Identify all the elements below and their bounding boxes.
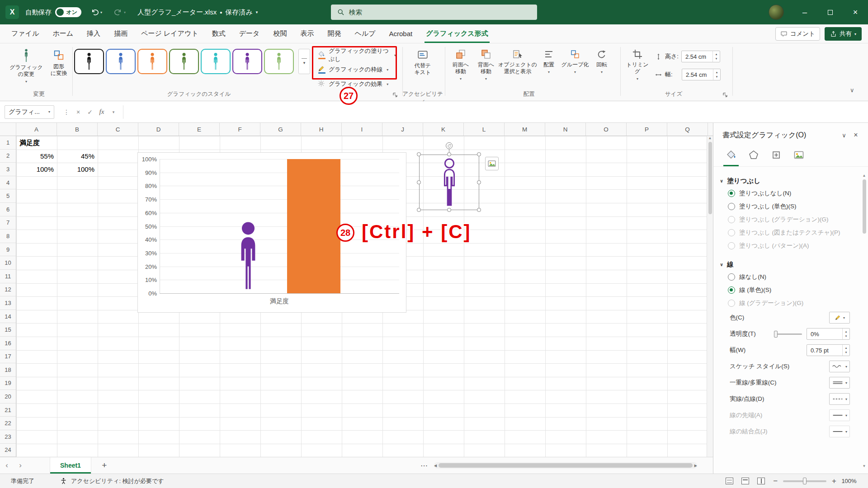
confirm-entry-button[interactable]: ✓ bbox=[84, 106, 96, 118]
ribbon-tab-Acrobat[interactable]: Acrobat bbox=[382, 24, 420, 43]
dropdown-cap-button[interactable]: ▾ bbox=[829, 409, 850, 421]
row-header-12[interactable]: 12 bbox=[0, 283, 16, 297]
pane-tab-effects[interactable] bbox=[746, 147, 761, 163]
row-header-18[interactable]: 18 bbox=[0, 363, 16, 377]
close-button[interactable]: × bbox=[843, 0, 868, 24]
graphic-style-6[interactable] bbox=[232, 49, 262, 74]
ribbon-tab-表示[interactable]: 表示 bbox=[293, 24, 321, 43]
collapse-ribbon-button[interactable]: ∨ bbox=[850, 87, 854, 94]
row-header-17[interactable]: 17 bbox=[0, 350, 16, 364]
prev-sheet-button[interactable]: ‹ bbox=[0, 461, 14, 470]
cell-A2[interactable]: 55% bbox=[16, 150, 57, 163]
sheet-tab-sheet1[interactable]: Sheet1 bbox=[50, 457, 91, 474]
minimize-button[interactable]: – bbox=[792, 0, 817, 24]
graphic-style-3[interactable] bbox=[137, 49, 167, 74]
ribbon-tab-ヘルプ[interactable]: ヘルプ bbox=[348, 24, 382, 43]
selection-handle[interactable] bbox=[477, 152, 481, 156]
row-header-5[interactable]: 5 bbox=[0, 189, 16, 203]
cell-B3[interactable]: 100% bbox=[57, 163, 98, 176]
accessibility-status[interactable]: アクセシビリティ: 検討が必要です bbox=[60, 477, 164, 485]
row-header-16[interactable]: 16 bbox=[0, 337, 16, 350]
row-header-14[interactable]: 14 bbox=[0, 310, 16, 324]
row-header-23[interactable]: 23 bbox=[0, 430, 16, 444]
pane-scroll-thumb[interactable] bbox=[863, 179, 866, 234]
horizontal-scrollbar[interactable]: ◀▶ bbox=[434, 462, 697, 469]
selection-handle[interactable] bbox=[417, 208, 421, 212]
graphic-style-1[interactable] bbox=[74, 49, 104, 74]
ribbon-tab-ファイル[interactable]: ファイル bbox=[5, 24, 46, 43]
pane-section-塗りつぶし[interactable]: ∨塗りつぶし bbox=[720, 175, 850, 187]
sheetbar-more-icon[interactable]: ⋯ bbox=[420, 461, 428, 470]
radio-option[interactable]: 塗りつぶしなし(N) bbox=[720, 187, 850, 200]
column-header-L[interactable]: L bbox=[464, 123, 505, 136]
graphic-style-2[interactable] bbox=[106, 49, 136, 74]
chart-bar[interactable] bbox=[287, 159, 340, 293]
ribbon-tab-ホーム[interactable]: ホーム bbox=[46, 24, 80, 43]
column-header-D[interactable]: D bbox=[138, 123, 179, 136]
styles-dialog-launcher[interactable] bbox=[392, 91, 398, 98]
graphic-style-7[interactable] bbox=[264, 49, 294, 74]
row-header-6[interactable]: 6 bbox=[0, 203, 16, 216]
column-header-P[interactable]: P bbox=[627, 123, 667, 136]
person-outline-graphic[interactable] bbox=[439, 158, 460, 207]
size-dialog-launcher[interactable] bbox=[722, 91, 728, 98]
page-break-view-button[interactable] bbox=[757, 478, 765, 484]
column-header-Q[interactable]: Q bbox=[667, 123, 708, 136]
namebox-options-icon[interactable]: ⋮ bbox=[61, 106, 72, 118]
pane-close-button[interactable]: × bbox=[850, 129, 862, 141]
convert-shape-button[interactable]: 図形 に変換 bbox=[46, 47, 71, 77]
status-ready[interactable]: 準備完了 bbox=[11, 477, 34, 485]
pane-tab-picture[interactable] bbox=[791, 147, 807, 163]
column-header-K[interactable]: K bbox=[423, 123, 464, 136]
add-sheet-button[interactable]: + bbox=[98, 459, 111, 472]
pane-scrollbar[interactable]: ▲▼ bbox=[861, 174, 867, 468]
column-header-O[interactable]: O bbox=[586, 123, 627, 136]
column-header-M[interactable]: M bbox=[505, 123, 545, 136]
row-header-20[interactable]: 20 bbox=[0, 390, 16, 404]
paste-options-button[interactable] bbox=[485, 157, 499, 170]
cell-B2[interactable]: 45% bbox=[57, 150, 98, 163]
autosave-toggle[interactable]: 自動保存 オン bbox=[25, 7, 81, 17]
height-input[interactable]: 2.54 cm▴▾ bbox=[681, 51, 720, 62]
horizontal-scroll-thumb[interactable] bbox=[439, 463, 693, 468]
row-header-1[interactable]: 1 bbox=[0, 136, 16, 150]
graphic-style-4[interactable] bbox=[169, 49, 199, 74]
change-graphic-button[interactable]: グラフィック の変更▾ bbox=[7, 47, 45, 84]
dropdown-compound-button[interactable]: ▾ bbox=[829, 377, 850, 389]
zoom-out-button[interactable]: − bbox=[773, 477, 778, 486]
radio-option[interactable]: 塗りつぶし (単色)(S) bbox=[720, 200, 850, 213]
column-header-F[interactable]: F bbox=[220, 123, 260, 136]
column-header-A[interactable]: A bbox=[16, 123, 57, 136]
column-header-J[interactable]: J bbox=[382, 123, 423, 136]
group-objects-button[interactable]: グループ化▾ bbox=[561, 47, 590, 75]
pane-section-線[interactable]: ∨線 bbox=[720, 258, 850, 270]
dropdown-dash-button[interactable]: ▾ bbox=[829, 393, 850, 405]
zoom-slider-thumb[interactable] bbox=[803, 478, 807, 484]
width-stepper[interactable]: ▴▾ bbox=[713, 69, 720, 80]
select-all-corner[interactable] bbox=[0, 123, 16, 136]
gallery-more-button[interactable]: ▾ bbox=[298, 49, 310, 74]
row-header-21[interactable]: 21 bbox=[0, 404, 16, 417]
ribbon-tab-校閲[interactable]: 校閲 bbox=[266, 24, 293, 43]
maximize-button[interactable] bbox=[817, 0, 843, 24]
alt-text-button[interactable]: 代替テ キスト bbox=[410, 47, 436, 76]
row-header-10[interactable]: 10 bbox=[0, 256, 16, 270]
row-header-24[interactable]: 24 bbox=[0, 444, 16, 457]
radio-option[interactable]: 線 (単色)(S) bbox=[720, 283, 850, 296]
selection-handle[interactable] bbox=[477, 208, 481, 212]
column-header-C[interactable]: C bbox=[98, 123, 138, 136]
ribbon-tab-描画[interactable]: 描画 bbox=[107, 24, 134, 43]
comments-button[interactable]: コメント bbox=[775, 27, 820, 41]
radio-option[interactable]: 線 (グラデーション)(G) bbox=[720, 296, 850, 310]
row-header-15[interactable]: 15 bbox=[0, 323, 16, 337]
document-title[interactable]: 人型グラフ_メーター.xlsx • 保存済み ▾ bbox=[137, 8, 258, 17]
ribbon-tab-グラフィックス形式[interactable]: グラフィックス形式 bbox=[419, 24, 495, 43]
column-header-N[interactable]: N bbox=[545, 123, 586, 136]
radio-option[interactable]: 塗りつぶし (図またはテクスチャ)(P) bbox=[720, 226, 850, 239]
ribbon-tab-開発[interactable]: 開発 bbox=[321, 24, 348, 43]
name-box[interactable]: グラフィ... ▾ bbox=[5, 105, 54, 119]
selection-handle[interactable] bbox=[477, 180, 481, 184]
selection-handle[interactable] bbox=[447, 152, 451, 156]
pane-tab-fill-line[interactable] bbox=[723, 147, 739, 163]
column-header-E[interactable]: E bbox=[179, 123, 220, 136]
